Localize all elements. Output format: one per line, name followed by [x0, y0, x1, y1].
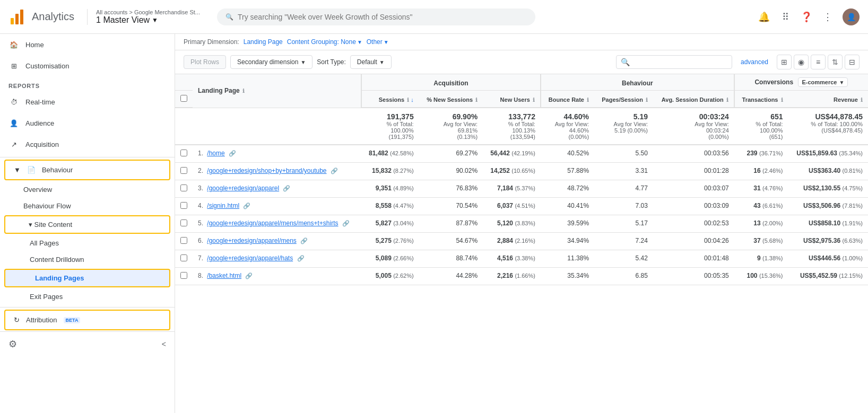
- sidebar-customisation-label: Customisation: [25, 62, 69, 70]
- sort-type-button[interactable]: Default ▼: [350, 55, 392, 69]
- row-new-users-cell: 7,184 (5.37%): [483, 180, 541, 198]
- row-page-link[interactable]: /google+redesign/apparel/hats: [207, 254, 293, 262]
- grid-icon[interactable]: ⠿: [779, 11, 792, 23]
- row-bounce-rate-cell: 11.38%: [541, 250, 594, 268]
- transactions-info-icon[interactable]: ℹ: [781, 97, 783, 103]
- pivot-view-icon[interactable]: ⊟: [845, 55, 860, 69]
- table-search-input[interactable]: [632, 58, 727, 66]
- more-icon[interactable]: ⋮: [821, 11, 834, 23]
- reports-section-label: REPORTS: [0, 76, 175, 91]
- row-new-users-val: 7,184: [497, 184, 513, 192]
- row-pct-new-cell: 44.28%: [419, 268, 483, 285]
- row-avg-duration-cell: 00:03:09: [653, 198, 734, 215]
- sessions-info-icon[interactable]: ℹ: [407, 97, 409, 103]
- sessions-sort-icon[interactable]: ↓: [411, 96, 414, 103]
- global-search-input[interactable]: [238, 13, 527, 21]
- landing-page-info-icon[interactable]: ℹ: [242, 88, 245, 94]
- row-sessions-pct: (2.62%): [393, 273, 414, 279]
- row-sessions-cell: 5,827 (3.04%): [361, 215, 419, 233]
- row-checkbox[interactable]: [180, 167, 187, 174]
- row-checkbox[interactable]: [180, 237, 187, 244]
- row-revenue-pct: (1.00%): [842, 255, 863, 261]
- row-sessions-pct: (4.47%): [393, 203, 414, 209]
- row-sessions-val: 81,482: [369, 150, 388, 157]
- row-avg-duration-cell: 00:01:48: [653, 250, 734, 268]
- row-sessions-cell: 5,089 (2.66%): [361, 250, 419, 268]
- user-avatar[interactable]: 👤: [843, 8, 860, 25]
- checkbox-all[interactable]: [175, 91, 193, 108]
- secondary-dimension-button[interactable]: Secondary dimension ▼: [230, 55, 313, 69]
- account-name-dropdown[interactable]: 1 Master View ▼: [96, 15, 200, 25]
- new-users-info-icon[interactable]: ℹ: [533, 97, 535, 103]
- row-checkbox[interactable]: [180, 150, 187, 156]
- row-page-cell: 4. /signin.html 🔗: [193, 198, 361, 215]
- bounce-rate-info-icon[interactable]: ℹ: [587, 97, 589, 103]
- row-checkbox-cell: [175, 163, 193, 180]
- sidebar-item-audience[interactable]: 👤 Audience: [0, 112, 175, 134]
- sidebar-item-exit-pages[interactable]: Exit Pages: [0, 288, 175, 305]
- other-dim-link[interactable]: Other ▼: [367, 38, 389, 46]
- row-page-link[interactable]: /google+redesign/apparel/mens: [207, 237, 296, 244]
- revenue-col-header: Revenue ℹ: [788, 91, 868, 108]
- sidebar-item-overview[interactable]: Overview: [0, 181, 175, 198]
- row-checkbox[interactable]: [180, 254, 187, 261]
- avg-duration-info-icon[interactable]: ℹ: [726, 97, 728, 103]
- sidebar-item-site-content[interactable]: ▾ Site Content: [4, 215, 170, 234]
- sidebar-item-landing-pages[interactable]: Landing Pages: [4, 269, 170, 287]
- row-checkbox[interactable]: [180, 219, 187, 226]
- row-page-link[interactable]: /google+redesign/apparel: [207, 184, 279, 192]
- row-avg-duration-cell: 00:03:56: [653, 145, 734, 163]
- sidebar-item-realtime[interactable]: ⏱ Real-time: [0, 91, 175, 112]
- row-checkbox[interactable]: [180, 184, 187, 191]
- help-icon[interactable]: ❓: [800, 11, 813, 23]
- pie-view-icon[interactable]: ◉: [794, 55, 809, 69]
- checkbox-col-header: [175, 74, 193, 91]
- notifications-icon[interactable]: 🔔: [758, 11, 770, 23]
- row-checkbox[interactable]: [180, 202, 187, 209]
- compare-view-icon[interactable]: ⇅: [828, 55, 843, 69]
- landing-page-dim[interactable]: Landing Page: [244, 38, 283, 46]
- pages-session-info-icon[interactable]: ℹ: [646, 97, 648, 103]
- primary-dimension-bar: Primary Dimension: Landing Page Content …: [175, 34, 868, 50]
- row-revenue-val: US$2,975.36: [803, 237, 840, 244]
- row-transactions-cell: 16 (2.46%): [734, 163, 788, 180]
- row-page-cell: 2. /google+redesign/shop+by+brand/youtub…: [193, 163, 361, 180]
- revenue-info-icon[interactable]: ℹ: [861, 97, 863, 103]
- row-pct-new-cell: 90.02%: [419, 163, 483, 180]
- sidebar-item-content-drilldown[interactable]: Content Drilldown: [0, 251, 175, 268]
- row-page-link[interactable]: /signin.html: [207, 202, 239, 209]
- row-pages-session-cell: 7.24: [594, 233, 653, 250]
- sidebar-item-behaviour[interactable]: ▼ 📄 Behaviour: [4, 160, 170, 180]
- plot-rows-button[interactable]: Plot Rows: [184, 55, 226, 69]
- settings-icon[interactable]: ⚙: [8, 338, 17, 350]
- row-new-users-cell: 2,216 (1.66%): [483, 268, 541, 285]
- customisation-icon: ⊞: [8, 60, 19, 71]
- collapse-icon[interactable]: <: [162, 340, 166, 348]
- data-table: Landing Page ℹ Acquisition Behaviour Con…: [175, 74, 868, 285]
- global-search-bar[interactable]: 🔍: [217, 8, 535, 25]
- row-page-link[interactable]: /google+redesign/apparel/mens/mens+t+shi…: [207, 219, 338, 227]
- sidebar-item-attribution[interactable]: ↻ Attribution BETA: [4, 310, 170, 330]
- header-icons: 🔔 ⠿ ❓ ⋮ 👤: [758, 8, 860, 25]
- list-view-icon[interactable]: ≡: [811, 55, 826, 69]
- sidebar-item-customisation[interactable]: ⊞ Customisation: [0, 55, 175, 76]
- select-all-checkbox[interactable]: [180, 95, 187, 102]
- sidebar-item-all-pages[interactable]: All Pages: [0, 235, 175, 251]
- overview-label: Overview: [23, 186, 52, 194]
- column-group-row: Landing Page ℹ Acquisition Behaviour Con…: [175, 74, 868, 91]
- sidebar-item-acquisition[interactable]: ↗ Acquisition: [0, 134, 175, 155]
- sidebar-item-home[interactable]: 🏠 Home: [0, 34, 175, 55]
- row-checkbox[interactable]: [180, 272, 187, 279]
- row-page-link[interactable]: /basket.html: [207, 272, 241, 279]
- totals-pages-session-cell: 5.19 Avg for View: 5.19 (0.00%): [594, 108, 653, 145]
- row-pct-new-cell: 76.83%: [419, 180, 483, 198]
- row-page-link[interactable]: /home: [207, 150, 224, 157]
- pct-new-sessions-info-icon[interactable]: ℹ: [475, 97, 478, 103]
- grid-view-icon[interactable]: ⊞: [777, 55, 792, 69]
- conversions-dropdown[interactable]: E-commerce ▼: [798, 77, 848, 87]
- row-page-link[interactable]: /google+redesign/shop+by+brand/youtube: [207, 167, 326, 174]
- sidebar-item-behaviour-flow[interactable]: Behaviour Flow: [0, 198, 175, 214]
- advanced-link[interactable]: advanced: [741, 58, 768, 66]
- content-grouping-link[interactable]: Content Grouping: None ▼: [287, 38, 362, 46]
- totals-sessions-cell: 191,375 % of Total: 100.00% (191,375): [361, 108, 419, 145]
